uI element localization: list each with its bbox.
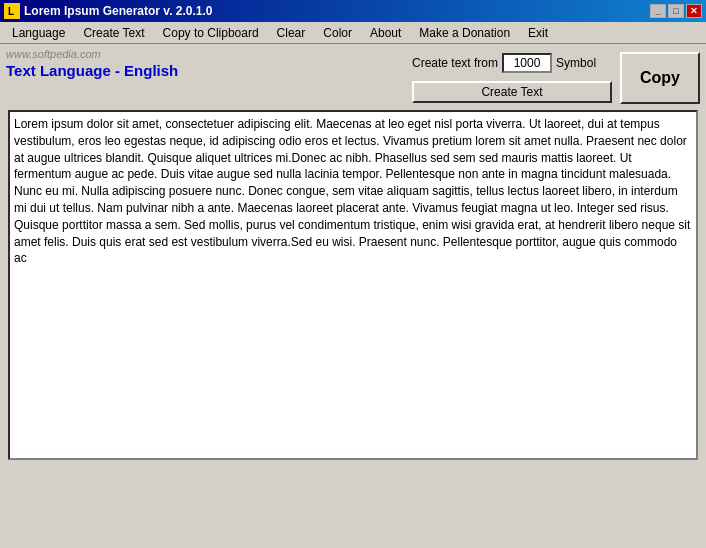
text-language-label: Text Language - English (6, 62, 178, 79)
menu-language[interactable]: Language (4, 24, 73, 42)
lorem-textarea[interactable] (8, 110, 698, 460)
copy-button[interactable]: Copy (620, 52, 700, 104)
menu-color[interactable]: Color (315, 24, 360, 42)
title-bar: L Lorem Ipsum Generator v. 2.0.1.0 _ □ ✕ (0, 0, 706, 22)
main-window: www.softpedia.com Text Language - Englis… (0, 44, 706, 548)
app-icon: L (4, 3, 20, 19)
menu-donation[interactable]: Make a Donation (411, 24, 518, 42)
svg-text:L: L (8, 6, 14, 17)
create-controls: Create text from Symbol Create Text (412, 53, 612, 103)
title-bar-controls: _ □ ✕ (650, 4, 702, 18)
symbol-label: Symbol (556, 56, 596, 70)
menu-create-text[interactable]: Create Text (75, 24, 152, 42)
maximize-button[interactable]: □ (668, 4, 684, 18)
title-bar-left: L Lorem Ipsum Generator v. 2.0.1.0 (4, 3, 213, 19)
number-input[interactable] (502, 53, 552, 73)
create-from-label: Create text from (412, 56, 498, 70)
menu-clear[interactable]: Clear (269, 24, 314, 42)
minimize-button[interactable]: _ (650, 4, 666, 18)
create-text-button[interactable]: Create Text (412, 81, 612, 103)
title-bar-text: Lorem Ipsum Generator v. 2.0.1.0 (24, 4, 213, 18)
create-from-row: Create text from Symbol (412, 53, 612, 73)
menu-exit[interactable]: Exit (520, 24, 556, 42)
menu-about[interactable]: About (362, 24, 409, 42)
softpedia-watermark: www.softpedia.com (6, 48, 178, 60)
text-area-container (4, 108, 702, 544)
menu-bar: Language Create Text Copy to Clipboard C… (0, 22, 706, 44)
close-button[interactable]: ✕ (686, 4, 702, 18)
menu-copy-clipboard[interactable]: Copy to Clipboard (155, 24, 267, 42)
